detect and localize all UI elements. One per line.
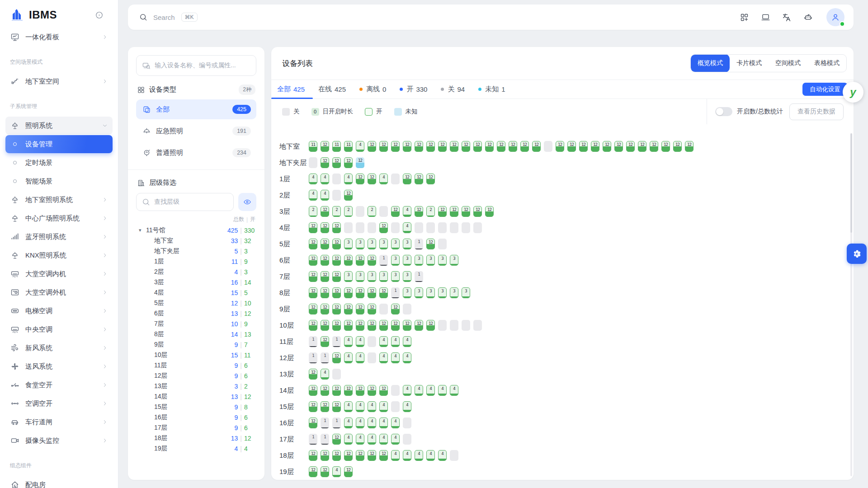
tree-row-floor[interactable]: 10层15|11 xyxy=(139,350,256,360)
device-tile[interactable]: 12 xyxy=(368,287,376,298)
device-tile[interactable]: 1 xyxy=(309,434,317,445)
view-mode-空间模式[interactable]: 空间模式 xyxy=(769,54,807,72)
device-tile[interactable]: 3 xyxy=(415,287,423,298)
device-tile[interactable]: 12 xyxy=(426,141,435,152)
device-search-input[interactable]: 输入设备名称、编号或属性... xyxy=(136,55,256,76)
device-tile[interactable]: 4 xyxy=(309,174,317,184)
device-tile[interactable]: 12 xyxy=(403,141,411,152)
eye-toggle-button[interactable] xyxy=(238,193,256,211)
device-tile[interactable]: 12 xyxy=(321,304,329,314)
device-tile[interactable]: 12 xyxy=(391,206,400,217)
device-tile[interactable]: 2 xyxy=(368,206,376,217)
robot-icon[interactable] xyxy=(803,13,813,22)
device-tile[interactable]: 4 xyxy=(321,174,329,184)
sidebar-item-照明系统[interactable]: 照明系统 xyxy=(5,117,113,135)
device-tile[interactable]: 12 xyxy=(379,450,388,461)
device-tile[interactable]: 12 xyxy=(450,206,458,217)
sidebar-item-一体化看板[interactable]: 一体化看板 xyxy=(5,28,113,46)
device-tile[interactable]: 3 xyxy=(438,287,447,298)
sidebar-item-地下室照明系统[interactable]: 地下室照明系统 xyxy=(5,191,113,209)
device-tile[interactable]: 4 xyxy=(379,352,388,363)
device-tile[interactable]: 3 xyxy=(391,271,400,282)
device-tile[interactable]: 12 xyxy=(379,222,388,233)
device-tile[interactable]: 4 xyxy=(379,401,388,412)
device-tile[interactable]: 12 xyxy=(309,401,317,412)
device-tile[interactable]: 12 xyxy=(415,320,423,331)
device-tile[interactable]: 4 xyxy=(356,418,364,428)
tree-row-floor[interactable]: 地下室33|32 xyxy=(139,235,256,246)
device-tile[interactable]: 3 xyxy=(462,287,470,298)
device-tile[interactable]: 4 xyxy=(321,190,329,201)
device-tile[interactable]: 12 xyxy=(379,320,388,331)
device-tile[interactable]: 4 xyxy=(391,336,400,347)
device-tile[interactable] xyxy=(379,206,388,217)
device-tile[interactable]: 12 xyxy=(344,287,353,298)
device-tile[interactable]: 12 xyxy=(579,141,588,152)
device-tile[interactable]: 12 xyxy=(356,255,364,266)
level-search-input[interactable]: 查找层级 xyxy=(136,193,234,211)
sidebar-item-定时场景[interactable]: 定时场景 xyxy=(5,154,113,172)
device-tile[interactable]: 4 xyxy=(391,418,400,428)
status-tab-全部[interactable]: 全部425 xyxy=(277,80,305,99)
device-tile[interactable]: 1 xyxy=(321,418,329,428)
device-tile[interactable]: 3 xyxy=(403,287,411,298)
device-tile[interactable]: 4 xyxy=(415,385,423,396)
sidebar-item-电梯空调[interactable]: 电梯空调 xyxy=(5,302,113,320)
device-tile[interactable]: 4 xyxy=(415,450,423,461)
device-tile[interactable]: 12 xyxy=(332,157,341,168)
device-tile[interactable] xyxy=(368,352,376,363)
device-tile[interactable]: 11 xyxy=(332,141,341,152)
device-tile[interactable]: 12 xyxy=(415,174,423,184)
device-tile[interactable]: 12 xyxy=(344,190,353,201)
device-tile[interactable]: 12 xyxy=(321,401,329,412)
device-tile[interactable] xyxy=(544,141,552,152)
device-tile[interactable]: 12 xyxy=(661,141,670,152)
device-tile[interactable]: 12 xyxy=(309,450,317,461)
device-tile[interactable]: 4 xyxy=(403,206,411,217)
device-tile[interactable]: 12 xyxy=(356,174,364,184)
device-type-普通照明[interactable]: 普通照明234 xyxy=(136,143,256,163)
device-tile[interactable]: 12 xyxy=(321,141,329,152)
device-tile[interactable]: 12 xyxy=(332,434,341,445)
device-tile[interactable]: 12 xyxy=(309,418,317,428)
tree-row-floor[interactable]: 3层16|14 xyxy=(139,277,256,287)
device-tile[interactable] xyxy=(438,320,447,331)
device-tile[interactable]: 4 xyxy=(426,450,435,461)
device-tile[interactable]: 4 xyxy=(391,434,400,445)
tree-row-floor[interactable]: 1层11|9 xyxy=(139,256,256,267)
device-tile[interactable]: 4 xyxy=(344,174,353,184)
device-tile[interactable]: 4 xyxy=(368,401,376,412)
device-tile[interactable]: 4 xyxy=(368,434,376,445)
tree-row-floor[interactable]: 2层4|3 xyxy=(139,267,256,277)
device-tile[interactable]: 3 xyxy=(450,287,458,298)
device-tile[interactable] xyxy=(332,369,341,380)
device-tile[interactable]: 3 xyxy=(356,271,364,282)
automation-settings-button[interactable]: 自动化设置 xyxy=(802,83,848,96)
device-tile[interactable] xyxy=(391,385,400,396)
device-tile[interactable] xyxy=(391,401,400,412)
tree-row-floor[interactable]: 16层9|6 xyxy=(139,412,256,422)
device-tile[interactable]: 3 xyxy=(403,271,411,282)
device-tile[interactable]: 4 xyxy=(403,450,411,461)
device-tile[interactable]: 12 xyxy=(332,320,341,331)
device-tile[interactable]: 12 xyxy=(309,222,317,233)
device-tile[interactable]: 12 xyxy=(309,239,317,249)
device-tile[interactable]: 3 xyxy=(403,255,411,266)
device-tile[interactable]: 12 xyxy=(368,320,376,331)
device-tile[interactable]: 12 xyxy=(321,466,329,477)
device-tile[interactable]: 1 xyxy=(309,352,317,363)
device-tile[interactable]: 12 xyxy=(426,320,435,331)
device-tile[interactable]: 12 xyxy=(321,239,329,249)
tree-row-floor[interactable]: 17层9|6 xyxy=(139,422,256,433)
sidebar-item-蓝牙照明系统[interactable]: 蓝牙照明系统 xyxy=(5,228,113,246)
device-tile[interactable]: 12 xyxy=(332,304,341,314)
device-tile[interactable]: 12 xyxy=(356,304,364,314)
device-tile[interactable]: 11 xyxy=(309,141,317,152)
device-tile[interactable]: 4 xyxy=(309,190,317,201)
device-tile[interactable]: 3 xyxy=(415,255,423,266)
tree-row-floor[interactable]: 15层9|8 xyxy=(139,402,256,412)
device-tile[interactable]: 12 xyxy=(379,141,388,152)
tree-row-floor[interactable]: 5层12|10 xyxy=(139,298,256,308)
device-tile[interactable] xyxy=(403,304,411,314)
tree-row-floor[interactable]: 13层3|2 xyxy=(139,381,256,391)
